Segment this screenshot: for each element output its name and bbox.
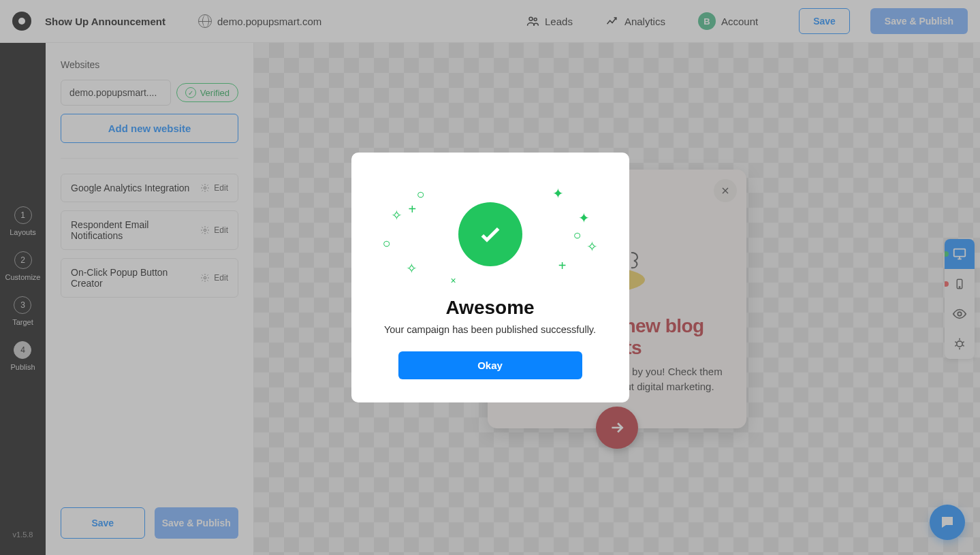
modal-illustration: ○ ✦ ✧ + ✦ ✧ ○ ✧ × + ○ — [376, 180, 605, 289]
success-check-icon — [458, 202, 522, 266]
sparkle-icon: ✦ — [552, 185, 564, 202]
sparkle-icon: ✧ — [406, 260, 417, 276]
sparkle-icon: ○ — [383, 236, 391, 251]
sparkle-icon: × — [451, 275, 456, 286]
modal-ok-button[interactable]: Okay — [398, 351, 582, 379]
check-icon — [477, 221, 504, 248]
sparkle-icon: ○ — [573, 227, 581, 243]
sparkle-icon: ✦ — [578, 210, 590, 226]
sparkle-icon: ○ — [417, 187, 425, 202]
success-modal: ○ ✦ ✧ + ✦ ✧ ○ ✧ × + ○ Awesome Your campa… — [351, 153, 629, 402]
modal-body: Your campaign has been published success… — [376, 324, 605, 335]
sparkle-icon: ✧ — [391, 207, 402, 223]
sparkle-icon: + — [409, 202, 417, 217]
modal-title: Awesome — [376, 297, 605, 319]
sparkle-icon: ✧ — [586, 238, 598, 255]
sparkle-icon: + — [558, 258, 567, 274]
modal-overlay[interactable]: ○ ✦ ✧ + ✦ ✧ ○ ✧ × + ○ Awesome Your campa… — [0, 0, 980, 555]
